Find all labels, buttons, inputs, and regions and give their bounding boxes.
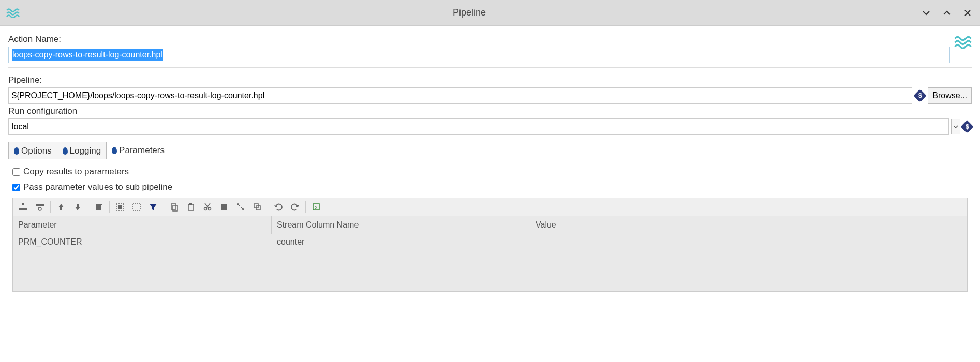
action-name-label: Action Name: — [8, 34, 950, 44]
pipeline-logo-icon — [954, 35, 972, 49]
cell-stream[interactable]: counter — [272, 234, 530, 250]
duplicate-icon[interactable] — [251, 201, 263, 213]
separator — [88, 201, 88, 213]
delete-all-icon[interactable] — [218, 201, 230, 213]
svg-rect-8 — [133, 203, 140, 210]
maximize-button[interactable] — [941, 7, 953, 19]
svg-rect-5 — [96, 204, 102, 205]
copy-results-label: Copy results to parameters — [23, 167, 129, 177]
collapse-icon[interactable] — [234, 201, 247, 213]
minimize-button[interactable] — [920, 7, 932, 19]
svg-point-13 — [204, 208, 207, 210]
separator — [50, 201, 51, 213]
action-name-value: loops-copy-rows-to-result-log-counter.hp… — [12, 49, 163, 61]
insert-row-before-icon[interactable] — [17, 201, 29, 213]
export-excel-icon[interactable]: x — [310, 201, 322, 213]
insert-row-after-icon[interactable] — [34, 201, 46, 213]
action-name-input[interactable]: loops-copy-rows-to-result-log-counter.hp… — [8, 47, 950, 63]
svg-rect-16 — [221, 204, 227, 205]
tab-logging-label: Logging — [70, 146, 101, 156]
table-row[interactable]: PRM_COUNTER counter — [13, 234, 967, 250]
svg-rect-9 — [171, 204, 176, 209]
tab-options-label: Options — [21, 146, 52, 156]
table-toolbar: x — [12, 198, 968, 216]
tab-logging[interactable]: Logging — [57, 142, 107, 159]
redo-icon[interactable] — [289, 201, 301, 213]
variable-icon[interactable]: $ — [914, 89, 927, 102]
header-value[interactable]: Value — [530, 216, 967, 234]
svg-rect-15 — [221, 205, 227, 210]
header-stream-column[interactable]: Stream Column Name — [272, 216, 530, 234]
close-button[interactable] — [961, 7, 974, 19]
paste-icon[interactable] — [185, 201, 197, 213]
separator — [109, 201, 110, 213]
run-config-label: Run configuration — [8, 106, 972, 116]
filter-icon[interactable] — [147, 201, 159, 213]
svg-point-3 — [38, 207, 41, 210]
drop-icon — [14, 147, 19, 155]
svg-rect-7 — [118, 205, 122, 209]
run-config-dropdown-button[interactable] — [951, 119, 960, 134]
drop-icon — [112, 147, 117, 154]
svg-rect-0 — [19, 208, 27, 210]
move-up-icon[interactable] — [55, 201, 67, 213]
cell-parameter[interactable]: PRM_COUNTER — [13, 234, 272, 250]
svg-rect-2 — [36, 204, 44, 206]
separator — [268, 201, 268, 213]
app-logo-icon — [6, 8, 20, 18]
svg-rect-12 — [189, 203, 192, 205]
cut-icon[interactable] — [201, 201, 214, 213]
run-config-input[interactable] — [8, 118, 949, 135]
delete-icon[interactable] — [93, 201, 105, 213]
pass-params-label: Pass parameter values to sub pipeline — [23, 182, 172, 192]
copy-icon[interactable] — [168, 201, 181, 213]
titlebar: Pipeline — [0, 0, 980, 26]
browse-button[interactable]: Browse... — [928, 87, 972, 104]
undo-icon[interactable] — [272, 201, 285, 213]
tab-options[interactable]: Options — [8, 142, 57, 159]
copy-results-checkbox[interactable] — [12, 168, 20, 176]
pipeline-label: Pipeline: — [8, 75, 972, 85]
svg-point-14 — [209, 208, 211, 210]
svg-rect-10 — [173, 205, 177, 211]
svg-text:x: x — [315, 205, 318, 210]
drop-icon — [63, 147, 68, 155]
clear-selection-icon[interactable] — [130, 201, 143, 213]
svg-rect-1 — [22, 203, 24, 205]
tabs-bar: Options Logging Parameters — [8, 141, 972, 159]
variable-icon[interactable]: $ — [960, 120, 973, 133]
tab-parameters-label: Parameters — [119, 145, 165, 156]
separator — [164, 201, 164, 213]
table-header: Parameter Stream Column Name Value — [13, 216, 967, 234]
cell-value[interactable] — [530, 234, 967, 250]
pass-params-checkbox[interactable] — [12, 184, 20, 191]
move-down-icon[interactable] — [71, 201, 84, 213]
parameters-table: Parameter Stream Column Name Value PRM_C… — [12, 216, 968, 292]
select-all-icon[interactable] — [114, 201, 126, 213]
separator — [305, 201, 306, 213]
window-title: Pipeline — [27, 7, 912, 18]
svg-rect-4 — [96, 205, 101, 210]
tab-parameters[interactable]: Parameters — [107, 142, 170, 159]
pipeline-path-input[interactable] — [8, 87, 912, 104]
header-parameter[interactable]: Parameter — [13, 216, 272, 234]
